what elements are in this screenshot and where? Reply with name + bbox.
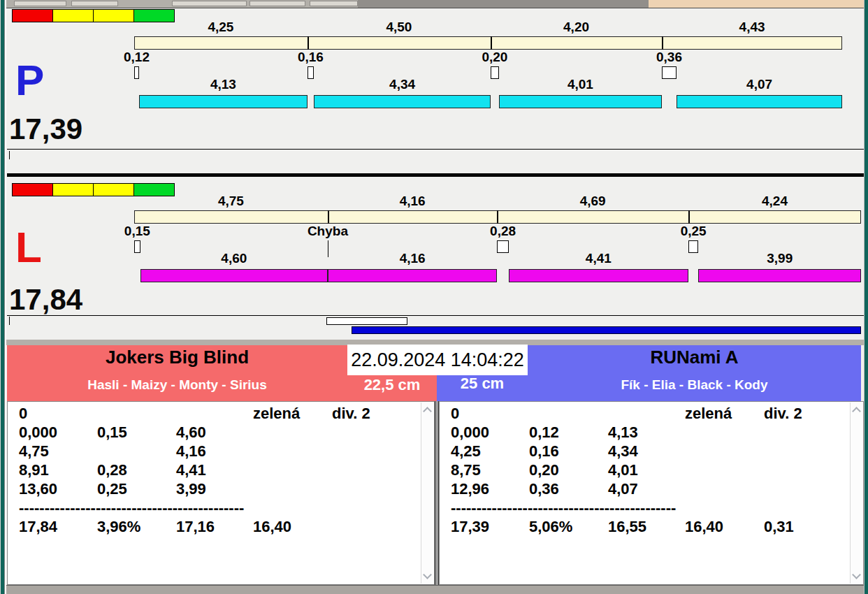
split-divider xyxy=(308,36,309,50)
table-cell: 0 xyxy=(451,406,459,421)
table-cell: 0,28 xyxy=(97,463,127,478)
run-bar xyxy=(698,269,861,282)
run-time-label: 4,41 xyxy=(586,252,612,265)
table-cell: 0,25 xyxy=(97,481,127,497)
changeover-time-label: 0,15 xyxy=(124,224,150,238)
content-top-border xyxy=(6,8,865,8)
scroll-up-icon[interactable] xyxy=(852,407,861,416)
table-cell: 0,36 xyxy=(529,481,559,497)
team-left-jump-height: 22,5 cm xyxy=(347,376,437,394)
table-cell: 4,01 xyxy=(608,463,638,478)
lane-separator-thick-line xyxy=(7,173,864,177)
changeover-box xyxy=(134,66,139,79)
heat-progress-outline xyxy=(326,317,407,325)
split-divider xyxy=(497,210,498,224)
table-separator: ----------------------------------------… xyxy=(451,500,676,516)
table-cell: 13,60 xyxy=(19,481,57,497)
lane-letter: P xyxy=(15,59,44,102)
table-cell: 4,60 xyxy=(176,425,206,440)
changeover-time-label: 0,20 xyxy=(482,50,507,64)
lane-p-bottom-line xyxy=(7,149,864,150)
team-left-dogs: Hasli - Maizy - Monty - Sirius xyxy=(7,377,347,393)
scroll-down-icon[interactable] xyxy=(423,570,432,579)
run-time-label: 4,13 xyxy=(210,78,236,91)
run-time-label: 4,60 xyxy=(221,252,247,265)
lane-l-bottom-line xyxy=(7,315,864,316)
race-timestamp: 22.09.2024 14:04:22 xyxy=(347,345,528,375)
table-cell: 16,55 xyxy=(608,519,646,535)
window-border-right xyxy=(864,0,868,594)
table-cell: 4,13 xyxy=(608,425,638,440)
split-time-label: 4,69 xyxy=(580,194,606,208)
scrollbar[interactable] xyxy=(421,403,433,584)
lane-total-time: 17,39 xyxy=(9,115,82,144)
split-time-label: 4,16 xyxy=(400,194,426,208)
background-window-fragment xyxy=(249,1,305,6)
results-table-right[interactable]: 0zelenádiv. 20,0000,124,134,250,164,348,… xyxy=(439,401,864,585)
split-time-label: 4,75 xyxy=(218,194,244,208)
changeover-box xyxy=(491,66,499,79)
scrollbar[interactable] xyxy=(850,403,862,584)
changeover-time-label: 0,28 xyxy=(490,224,516,238)
split-divider xyxy=(688,210,690,224)
team-right-name: RUNami A xyxy=(528,347,861,368)
indicator-flag xyxy=(133,9,175,22)
table-cell: 5,06% xyxy=(529,519,572,535)
table-cell: div. 2 xyxy=(764,406,802,421)
results-table-left[interactable]: 0zelenádiv. 20,0000,154,604,754,168,910,… xyxy=(7,401,435,585)
split-time-label: 4,43 xyxy=(739,20,765,34)
indicator-flag xyxy=(93,183,134,196)
changeover-box xyxy=(308,66,314,79)
indicator-flag xyxy=(12,183,53,196)
split-divider xyxy=(328,210,329,224)
run-bar xyxy=(677,95,842,108)
scroll-up-icon[interactable] xyxy=(423,407,432,416)
changeover-time-label: 0,25 xyxy=(681,224,707,238)
background-window-tan-strip xyxy=(649,0,865,8)
background-window-fragment xyxy=(71,1,118,6)
table-cell: 4,25 xyxy=(451,444,481,459)
table-cell: 16,40 xyxy=(253,519,291,535)
table-cell: 0,20 xyxy=(529,463,559,478)
table-cell: 4,34 xyxy=(608,444,638,459)
run-bar xyxy=(499,95,662,108)
table-cell: 4,41 xyxy=(176,463,206,478)
background-window-fragment xyxy=(310,1,358,6)
run-bar xyxy=(140,269,328,282)
lane-letter: L xyxy=(15,226,42,269)
run-time-label: 4,16 xyxy=(400,252,426,265)
split-time-label: 4,50 xyxy=(386,20,412,34)
table-cell: 0 xyxy=(19,406,27,421)
table-cell: 0,000 xyxy=(19,425,57,440)
table-cell: 12,96 xyxy=(451,481,489,497)
background-window-fragment xyxy=(358,0,649,8)
split-divider xyxy=(491,36,492,50)
background-window-strip[interactable] xyxy=(0,0,868,8)
lane-total-time: 17,84 xyxy=(9,285,82,314)
table-cell: 4,75 xyxy=(19,444,49,459)
run-bar xyxy=(328,269,498,282)
changeover-box xyxy=(688,240,699,253)
table-cell: zelená xyxy=(253,406,300,421)
timing-app-window: P17,394,250,124,134,500,164,344,200,204,… xyxy=(0,0,868,594)
run-time-label: 3,99 xyxy=(767,252,793,265)
heat-progress-bar xyxy=(352,326,861,334)
run-bar xyxy=(314,95,491,108)
table-cell: 3,96% xyxy=(97,519,140,535)
change-error-mark xyxy=(328,240,328,257)
table-cell: 0,15 xyxy=(97,425,127,440)
changeover-box xyxy=(662,66,677,79)
run-bar xyxy=(139,95,308,108)
table-cell: 0,12 xyxy=(529,425,559,440)
scroll-down-icon[interactable] xyxy=(852,570,861,579)
change-error-label: Chyba xyxy=(308,224,348,238)
table-cell: 16,40 xyxy=(685,519,723,535)
table-separator: ----------------------------------------… xyxy=(19,500,244,516)
table-cell: 4,16 xyxy=(176,444,206,459)
run-bar xyxy=(509,269,688,282)
run-time-label: 4,01 xyxy=(567,78,593,91)
table-cell: 17,16 xyxy=(176,519,215,535)
table-cell: div. 2 xyxy=(332,406,370,421)
table-cell: zelená xyxy=(685,406,732,421)
background-window-fragment xyxy=(14,1,66,6)
